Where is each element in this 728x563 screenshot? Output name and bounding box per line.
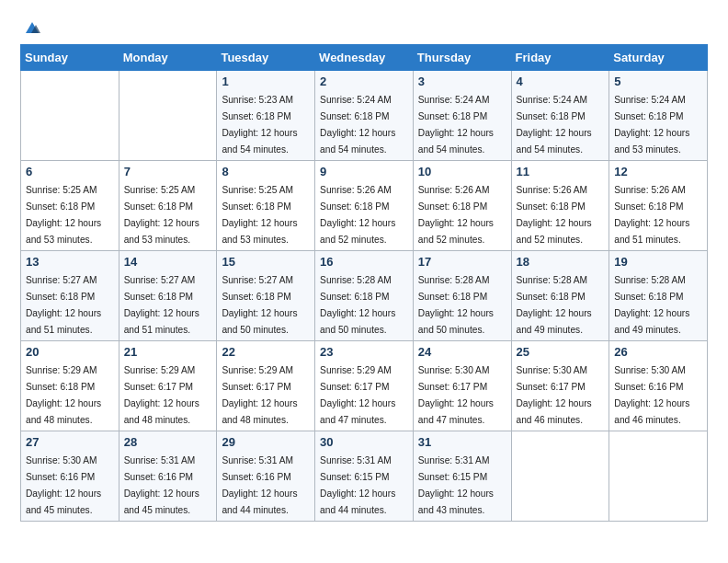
day-cell: 13Sunrise: 5:27 AMSunset: 6:18 PMDayligh…: [21, 251, 119, 341]
day-number: 4: [517, 75, 605, 88]
day-info: Sunrise: 5:31 AMSunset: 6:15 PMDaylight:…: [418, 455, 494, 515]
day-cell: 12Sunrise: 5:26 AMSunset: 6:18 PMDayligh…: [609, 161, 708, 251]
day-cell: 15Sunrise: 5:27 AMSunset: 6:18 PMDayligh…: [217, 251, 315, 341]
day-cell: 14Sunrise: 5:27 AMSunset: 6:18 PMDayligh…: [119, 251, 217, 341]
week-row: 27Sunrise: 5:30 AMSunset: 6:16 PMDayligh…: [21, 431, 708, 522]
day-info: Sunrise: 5:26 AMSunset: 6:18 PMDaylight:…: [418, 185, 494, 245]
day-cell: 23Sunrise: 5:29 AMSunset: 6:17 PMDayligh…: [315, 341, 414, 431]
day-number: 20: [26, 345, 114, 359]
logo: [20, 17, 42, 39]
day-info: Sunrise: 5:30 AMSunset: 6:16 PMDaylight:…: [614, 365, 689, 425]
logo-icon: [22, 17, 42, 37]
day-cell: 24Sunrise: 5:30 AMSunset: 6:17 PMDayligh…: [413, 341, 511, 431]
day-cell: 4Sunrise: 5:24 AMSunset: 6:18 PMDaylight…: [511, 71, 609, 161]
day-cell: 19Sunrise: 5:28 AMSunset: 6:18 PMDayligh…: [609, 251, 708, 341]
day-cell: 22Sunrise: 5:29 AMSunset: 6:17 PMDayligh…: [217, 341, 315, 431]
day-number: 9: [320, 165, 408, 178]
day-info: Sunrise: 5:30 AMSunset: 6:17 PMDaylight:…: [517, 365, 592, 425]
day-cell: 18Sunrise: 5:28 AMSunset: 6:18 PMDayligh…: [511, 251, 609, 341]
day-cell: 8Sunrise: 5:25 AMSunset: 6:18 PMDaylight…: [217, 161, 315, 251]
week-row: 13Sunrise: 5:27 AMSunset: 6:18 PMDayligh…: [21, 251, 708, 341]
weekday-header-tuesday: Tuesday: [217, 45, 315, 71]
weekday-header-monday: Monday: [119, 45, 217, 71]
day-number: 10: [418, 165, 506, 178]
day-number: 11: [517, 165, 605, 178]
day-info: Sunrise: 5:28 AMSunset: 6:18 PMDaylight:…: [418, 275, 494, 335]
day-info: Sunrise: 5:26 AMSunset: 6:18 PMDaylight:…: [517, 185, 592, 245]
day-info: Sunrise: 5:25 AMSunset: 6:18 PMDaylight:…: [222, 185, 297, 245]
day-cell: 17Sunrise: 5:28 AMSunset: 6:18 PMDayligh…: [413, 251, 511, 341]
day-cell: 1Sunrise: 5:23 AMSunset: 6:18 PMDaylight…: [217, 71, 315, 161]
day-info: Sunrise: 5:28 AMSunset: 6:18 PMDaylight:…: [320, 275, 395, 335]
day-info: Sunrise: 5:31 AMSunset: 6:16 PMDaylight:…: [124, 455, 199, 515]
day-number: 22: [222, 345, 310, 359]
day-cell: 25Sunrise: 5:30 AMSunset: 6:17 PMDayligh…: [511, 341, 609, 431]
weekday-header-friday: Friday: [511, 45, 609, 71]
day-cell: 31Sunrise: 5:31 AMSunset: 6:15 PMDayligh…: [413, 431, 511, 522]
day-number: 31: [418, 435, 506, 449]
day-cell: 10Sunrise: 5:26 AMSunset: 6:18 PMDayligh…: [413, 161, 511, 251]
calendar-body: 1Sunrise: 5:23 AMSunset: 6:18 PMDaylight…: [21, 71, 708, 522]
day-number: 24: [418, 345, 506, 359]
day-number: 27: [26, 435, 114, 449]
day-cell: 2Sunrise: 5:24 AMSunset: 6:18 PMDaylight…: [315, 71, 414, 161]
day-info: Sunrise: 5:23 AMSunset: 6:18 PMDaylight:…: [222, 95, 297, 155]
day-cell: 9Sunrise: 5:26 AMSunset: 6:18 PMDaylight…: [315, 161, 414, 251]
day-cell: [119, 71, 217, 161]
day-number: 28: [124, 435, 212, 449]
day-cell: 7Sunrise: 5:25 AMSunset: 6:18 PMDaylight…: [119, 161, 217, 251]
day-info: Sunrise: 5:31 AMSunset: 6:15 PMDaylight:…: [320, 455, 395, 515]
header: [20, 17, 708, 39]
day-info: Sunrise: 5:30 AMSunset: 6:16 PMDaylight:…: [26, 455, 101, 515]
day-number: 6: [26, 165, 114, 178]
day-cell: [609, 431, 708, 522]
week-row: 20Sunrise: 5:29 AMSunset: 6:18 PMDayligh…: [21, 341, 708, 431]
day-number: 23: [320, 345, 408, 359]
day-cell: 26Sunrise: 5:30 AMSunset: 6:16 PMDayligh…: [609, 341, 708, 431]
day-info: Sunrise: 5:29 AMSunset: 6:17 PMDaylight:…: [222, 365, 297, 425]
day-cell: 29Sunrise: 5:31 AMSunset: 6:16 PMDayligh…: [217, 431, 315, 522]
day-number: 16: [320, 255, 408, 269]
day-cell: 6Sunrise: 5:25 AMSunset: 6:18 PMDaylight…: [21, 161, 119, 251]
day-cell: [511, 431, 609, 522]
day-number: 26: [614, 345, 702, 359]
day-number: 21: [124, 345, 212, 359]
day-number: 19: [614, 255, 702, 269]
day-info: Sunrise: 5:26 AMSunset: 6:18 PMDaylight:…: [320, 185, 395, 245]
weekday-header-thursday: Thursday: [413, 45, 511, 71]
day-info: Sunrise: 5:30 AMSunset: 6:17 PMDaylight:…: [418, 365, 494, 425]
day-cell: 30Sunrise: 5:31 AMSunset: 6:15 PMDayligh…: [315, 431, 414, 522]
page: SundayMondayTuesdayWednesdayThursdayFrid…: [0, 0, 728, 563]
day-info: Sunrise: 5:29 AMSunset: 6:17 PMDaylight:…: [124, 365, 199, 425]
day-cell: [21, 71, 119, 161]
day-info: Sunrise: 5:26 AMSunset: 6:18 PMDaylight:…: [614, 185, 689, 245]
day-info: Sunrise: 5:27 AMSunset: 6:18 PMDaylight:…: [26, 275, 101, 335]
day-number: 3: [418, 75, 506, 88]
day-info: Sunrise: 5:29 AMSunset: 6:18 PMDaylight:…: [26, 365, 101, 425]
day-number: 14: [124, 255, 212, 269]
day-number: 2: [320, 75, 408, 88]
day-number: 1: [222, 75, 310, 88]
day-info: Sunrise: 5:24 AMSunset: 6:18 PMDaylight:…: [418, 95, 494, 155]
day-number: 17: [418, 255, 506, 269]
day-info: Sunrise: 5:28 AMSunset: 6:18 PMDaylight:…: [517, 275, 592, 335]
day-cell: 27Sunrise: 5:30 AMSunset: 6:16 PMDayligh…: [21, 431, 119, 522]
day-cell: 20Sunrise: 5:29 AMSunset: 6:18 PMDayligh…: [21, 341, 119, 431]
day-cell: 28Sunrise: 5:31 AMSunset: 6:16 PMDayligh…: [119, 431, 217, 522]
day-info: Sunrise: 5:28 AMSunset: 6:18 PMDaylight:…: [614, 275, 689, 335]
day-info: Sunrise: 5:31 AMSunset: 6:16 PMDaylight:…: [222, 455, 297, 515]
day-number: 25: [517, 345, 605, 359]
week-row: 6Sunrise: 5:25 AMSunset: 6:18 PMDaylight…: [21, 161, 708, 251]
calendar-table: SundayMondayTuesdayWednesdayThursdayFrid…: [20, 44, 708, 522]
day-info: Sunrise: 5:25 AMSunset: 6:18 PMDaylight:…: [124, 185, 199, 245]
day-cell: 5Sunrise: 5:24 AMSunset: 6:18 PMDaylight…: [609, 71, 708, 161]
day-info: Sunrise: 5:24 AMSunset: 6:18 PMDaylight:…: [614, 95, 689, 155]
day-number: 18: [517, 255, 605, 269]
day-info: Sunrise: 5:24 AMSunset: 6:18 PMDaylight:…: [517, 95, 592, 155]
day-number: 29: [222, 435, 310, 449]
day-number: 15: [222, 255, 310, 269]
weekday-row: SundayMondayTuesdayWednesdayThursdayFrid…: [21, 45, 708, 71]
day-number: 13: [26, 255, 114, 269]
weekday-header-wednesday: Wednesday: [315, 45, 414, 71]
weekday-header-sunday: Sunday: [21, 45, 119, 71]
